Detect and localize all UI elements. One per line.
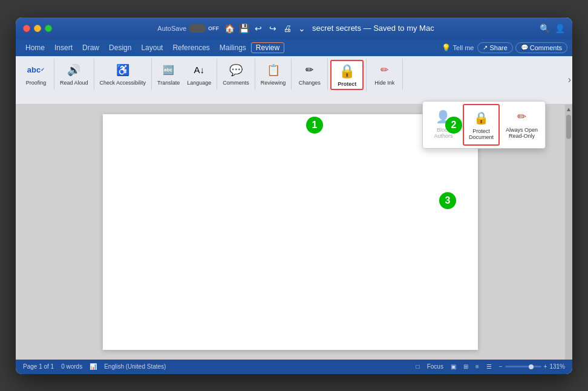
- proofing-label: Proofing: [26, 80, 47, 86]
- comments-ribbon-label: Comments: [223, 80, 249, 86]
- zoom-control: − + 131%: [499, 363, 565, 370]
- view-icon-3[interactable]: ≡: [475, 363, 479, 370]
- view-icon-4[interactable]: ☰: [486, 363, 492, 370]
- customize-icon[interactable]: ⌄: [296, 23, 307, 34]
- menu-mailings[interactable]: Mailings: [215, 42, 251, 53]
- badge-1: 1: [306, 117, 323, 134]
- menu-references[interactable]: References: [168, 42, 214, 53]
- language-status: English (United States): [104, 363, 166, 370]
- zoom-plus[interactable]: +: [544, 363, 547, 370]
- ribbon-group-reviewing: 📋 Reviewing: [255, 59, 292, 91]
- ribbon-group-read-aloud: 🔊 Read Aloud: [54, 59, 94, 91]
- search-icon[interactable]: 🔍: [540, 24, 550, 33]
- view-icon-1[interactable]: ▣: [451, 363, 456, 370]
- scroll-thumb[interactable]: [566, 115, 571, 139]
- protect-icon: 🔒: [339, 63, 356, 80]
- zoom-thumb: [529, 364, 534, 369]
- protect-label: Protect: [338, 81, 356, 88]
- ribbon-group-protect: 🔒 Protect: [328, 59, 367, 93]
- word-count: 0 words: [61, 363, 82, 370]
- reviewing-icon: 📋: [265, 62, 282, 79]
- comments-button[interactable]: 💬 Comments: [515, 42, 567, 53]
- focus-label[interactable]: Focus: [427, 363, 443, 370]
- tell-me-label[interactable]: Tell me: [453, 44, 474, 51]
- title-right: 🔍 👤: [540, 24, 565, 33]
- accessibility-label: Check Accessibility: [100, 80, 146, 86]
- proofing-button[interactable]: abc✓ Proofing: [23, 60, 50, 88]
- profile-icon[interactable]: 👤: [555, 24, 565, 33]
- document-page: [103, 114, 478, 350]
- hide-ink-button[interactable]: ✏ Hide Ink: [370, 60, 399, 88]
- title-bar: AutoSave OFF 🏠 💾 ↩ ↪ 🖨 ⌄ secret secrets …: [16, 18, 572, 39]
- protect-document-icon: 🔒: [472, 109, 490, 127]
- ribbon-group-accessibility: ♿ Check Accessibility: [94, 59, 152, 91]
- zoom-level: 131%: [549, 363, 565, 370]
- title-icons: 🏠 💾 ↩ ↪ 🖨 ⌄: [224, 23, 307, 34]
- traffic-lights: [23, 25, 52, 32]
- autosave-area: AutoSave OFF: [157, 24, 219, 33]
- home-icon[interactable]: 🏠: [224, 23, 235, 34]
- document-title: secret secrets — Saved to my Mac: [312, 24, 434, 33]
- comments-label: Comments: [530, 44, 562, 51]
- minimize-button[interactable]: [34, 25, 41, 32]
- comments-ribbon-button[interactable]: 💬 Comments: [220, 60, 252, 88]
- always-open-readonly-button[interactable]: ✏ Always OpenRead-Only: [501, 104, 543, 146]
- ribbon-expand-icon[interactable]: ›: [568, 74, 571, 85]
- redo-icon[interactable]: ↪: [267, 23, 278, 34]
- read-aloud-button[interactable]: 🔊 Read Aloud: [57, 60, 91, 88]
- hide-ink-label: Hide Ink: [374, 80, 394, 86]
- translate-button[interactable]: 🔤 Translate: [154, 60, 183, 88]
- menu-layout[interactable]: Layout: [136, 42, 168, 53]
- language-button[interactable]: A↓ Language: [184, 60, 214, 88]
- menu-home[interactable]: Home: [21, 42, 50, 53]
- ribbon-group-changes: ✏ Changes: [292, 59, 328, 91]
- reviewing-button[interactable]: 📋 Reviewing: [258, 60, 289, 88]
- menu-design[interactable]: Design: [104, 42, 136, 53]
- share-button[interactable]: ↗ Share: [477, 42, 512, 53]
- maximize-button[interactable]: [45, 25, 52, 32]
- toggle-label: OFF: [208, 25, 219, 31]
- ribbon-group-hide-ink: ✏ Hide Ink: [367, 59, 403, 91]
- tell-me-area: 💡 Tell me: [438, 44, 478, 52]
- menu-right: ↗ Share 💬 Comments: [477, 42, 567, 53]
- changes-icon: ✏: [301, 62, 318, 79]
- language-icon: A↓: [191, 62, 207, 79]
- accessibility-icon: ♿: [114, 62, 131, 79]
- translate-label: Translate: [157, 80, 180, 86]
- proofread-icon: 📊: [90, 363, 97, 370]
- zoom-minus[interactable]: −: [499, 363, 503, 370]
- autosave-toggle[interactable]: [189, 24, 206, 33]
- always-open-readonly-icon: ✏: [512, 108, 531, 126]
- proofing-icon: abc✓: [28, 62, 45, 79]
- check-accessibility-button[interactable]: ♿ Check Accessibility: [97, 60, 149, 88]
- zoom-slider[interactable]: [505, 366, 541, 367]
- menu-bar: Home Insert Draw Design Layout Reference…: [16, 39, 572, 56]
- read-aloud-label: Read Aloud: [60, 80, 88, 86]
- translate-icon: 🔤: [160, 62, 177, 79]
- reviewing-label: Reviewing: [261, 80, 286, 86]
- save-icon[interactable]: 💾: [238, 23, 249, 34]
- menu-review[interactable]: Review: [251, 42, 284, 53]
- undo-icon[interactable]: ↩: [253, 23, 264, 34]
- scrollbar[interactable]: ▲: [565, 105, 572, 360]
- status-bar: Page 1 of 1 0 words 📊 English (United St…: [16, 360, 572, 374]
- menu-insert[interactable]: Insert: [50, 42, 77, 53]
- badge-3: 3: [439, 192, 456, 209]
- page-info: Page 1 of 1: [23, 363, 54, 370]
- view-icon-2[interactable]: ⊞: [463, 363, 468, 370]
- language-label: Language: [187, 80, 211, 86]
- menu-draw[interactable]: Draw: [77, 42, 104, 53]
- ribbon-group-language: 🔤 Translate A↓ Language: [152, 59, 217, 91]
- changes-button[interactable]: ✏ Changes: [296, 60, 324, 88]
- autosave-label: AutoSave: [157, 25, 186, 32]
- scroll-up-arrow[interactable]: ▲: [566, 106, 572, 112]
- protect-document-button[interactable]: 🔒 ProtectDocument: [463, 104, 500, 146]
- print-icon[interactable]: 🖨: [282, 23, 293, 34]
- close-button[interactable]: [23, 25, 30, 32]
- always-open-readonly-label: Always OpenRead-Only: [506, 127, 538, 140]
- protect-document-label: ProtectDocument: [469, 128, 494, 141]
- comments-ribbon-icon: 💬: [227, 62, 244, 79]
- focus-icon: □: [416, 363, 420, 370]
- protect-button[interactable]: 🔒 Protect: [330, 60, 364, 91]
- ribbon-group-comments: 💬 Comments: [217, 59, 255, 91]
